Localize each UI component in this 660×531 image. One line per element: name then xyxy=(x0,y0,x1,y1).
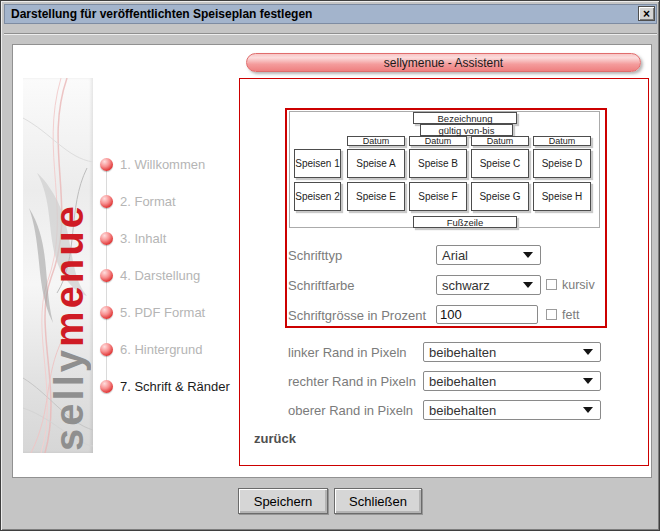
content-panel: sellymenue 1. Willkommen 2. Format 3. In… xyxy=(12,44,652,478)
speichern-button[interactable]: Speichern xyxy=(238,488,328,514)
step-bullet-icon xyxy=(100,232,113,245)
linker-rand-label: linker Rand in Pixeln xyxy=(288,345,407,360)
kursiv-checkbox[interactable] xyxy=(546,279,557,290)
schriftfarbe-label: Schriftfarbe xyxy=(288,278,354,293)
schriftfarbe-select[interactable]: schwarz xyxy=(436,275,541,295)
preview-gueltig-box: gültig von-bis xyxy=(420,124,513,136)
wizard-steps: 1. Willkommen 2. Format 3. Inhalt 4. Dar… xyxy=(100,152,230,398)
assistant-header-label: sellymenue - Assistent xyxy=(384,56,503,70)
preview-cell: Speise G xyxy=(471,182,529,211)
preview-cell: Speise H xyxy=(533,182,591,211)
preview-bezeichnung-box: Bezeichnung xyxy=(413,112,517,124)
back-link[interactable]: zurück xyxy=(254,431,296,446)
schriftfarbe-value: schwarz xyxy=(442,278,490,293)
preview-cell: Speise F xyxy=(409,182,467,211)
step-label: 3. Inhalt xyxy=(120,231,166,246)
step-item-willkommen[interactable]: 1. Willkommen xyxy=(100,152,230,176)
linker-rand-select[interactable]: beibehalten xyxy=(423,342,601,362)
step-bullet-icon xyxy=(100,306,113,319)
step-item-darstellung[interactable]: 4. Darstellung xyxy=(100,263,230,287)
step-item-format[interactable]: 2. Format xyxy=(100,189,230,213)
step-label: 5. PDF Format xyxy=(120,305,205,320)
preview-datum-header: Datum xyxy=(471,136,529,146)
step-label: 2. Format xyxy=(120,194,176,209)
step-label: 1. Willkommen xyxy=(120,157,205,172)
close-icon: × xyxy=(643,8,650,20)
titlebar-separator xyxy=(4,26,657,34)
preview-datum-header: Datum xyxy=(533,136,591,146)
dialog-window: Darstellung für veröffentlichten Speisep… xyxy=(0,0,660,531)
schriftgroesse-label: Schriftgrösse in Prozent xyxy=(288,308,426,323)
preview-cell: Speise E xyxy=(347,182,405,211)
preview-cell: Speise B xyxy=(409,149,467,178)
layout-preview: Bezeichnung gültig von-bis Datum Datum D… xyxy=(289,111,600,228)
step-item-pdf-format[interactable]: 5. PDF Format xyxy=(100,300,230,324)
step-item-schrift-raender[interactable]: 7. Schrift & Ränder xyxy=(100,374,230,398)
dropdown-arrow-icon xyxy=(523,282,533,288)
preview-fusszeile-box: Fußzeile xyxy=(413,216,517,228)
step-bullet-icon xyxy=(100,269,113,282)
preview-cell: Speise C xyxy=(471,149,529,178)
brand-logo: sellymenue xyxy=(50,203,88,451)
preview-cell: Speise D xyxy=(533,149,591,178)
close-button[interactable]: × xyxy=(638,6,655,21)
step-label: 6. Hintergrund xyxy=(120,342,202,357)
preview-datum-header: Datum xyxy=(409,136,467,146)
rechter-rand-select[interactable]: beibehalten xyxy=(423,371,601,391)
brand-logo-selly: selly xyxy=(47,347,91,451)
linker-rand-value: beibehalten xyxy=(429,345,496,360)
schrifttyp-select[interactable]: Arial xyxy=(436,245,541,265)
schrifttyp-value: Arial xyxy=(442,248,468,263)
brand-banner: sellymenue xyxy=(23,78,93,453)
dropdown-arrow-icon xyxy=(583,349,593,355)
schliessen-button[interactable]: Schließen xyxy=(334,488,422,514)
rechter-rand-label: rechter Rand in Pixeln xyxy=(288,374,416,389)
schriftgroesse-input[interactable] xyxy=(436,305,538,324)
oberer-rand-label: oberer Rand in Pixeln xyxy=(288,403,413,418)
fett-checkbox[interactable] xyxy=(546,309,557,320)
preview-cell: Speise A xyxy=(347,149,405,178)
preview-datum-header: Datum xyxy=(347,136,405,146)
kursiv-label: kursiv xyxy=(562,278,595,292)
preview-row-label: Speisen 2 xyxy=(294,182,341,211)
step-label: 7. Schrift & Ränder xyxy=(120,379,230,394)
step-bullet-icon xyxy=(100,158,113,171)
step-bullet-icon xyxy=(100,380,113,393)
step-bullet-icon xyxy=(100,343,113,356)
oberer-rand-value: beibehalten xyxy=(429,403,496,418)
brand-logo-menue: menue xyxy=(47,203,91,347)
step-label: 4. Darstellung xyxy=(120,268,200,283)
window-title: Darstellung für veröffentlichten Speisep… xyxy=(11,7,312,21)
oberer-rand-select[interactable]: beibehalten xyxy=(423,400,601,420)
fett-label: fett xyxy=(562,308,579,322)
dropdown-arrow-icon xyxy=(523,252,533,258)
preview-row-label: Speisen 1 xyxy=(294,149,341,178)
step-item-inhalt[interactable]: 3. Inhalt xyxy=(100,226,230,250)
rechter-rand-value: beibehalten xyxy=(429,374,496,389)
dropdown-arrow-icon xyxy=(583,407,593,413)
schrifttyp-label: Schrifttyp xyxy=(288,248,342,263)
assistant-header: sellymenue - Assistent xyxy=(246,53,641,72)
dropdown-arrow-icon xyxy=(583,378,593,384)
titlebar[interactable]: Darstellung für veröffentlichten Speisep… xyxy=(4,4,657,24)
step-item-hintergrund[interactable]: 6. Hintergrund xyxy=(100,337,230,361)
step-bullet-icon xyxy=(100,195,113,208)
